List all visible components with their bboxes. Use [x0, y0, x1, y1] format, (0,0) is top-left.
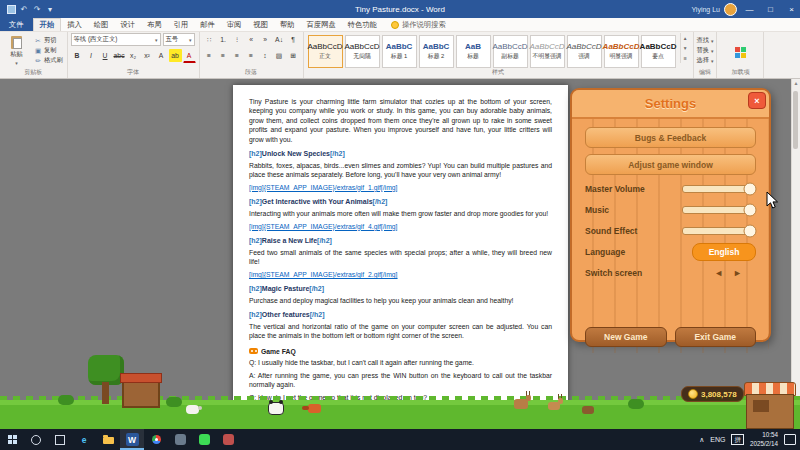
taskbar-search[interactable]: [24, 429, 48, 450]
copy-button[interactable]: ▣复制: [33, 46, 64, 55]
ribbon-tab-insert[interactable]: 插入: [61, 18, 88, 31]
font-size-select[interactable]: 五号 ▾: [163, 33, 195, 46]
deer[interactable]: [514, 399, 528, 409]
sheep[interactable]: [186, 405, 199, 414]
show-marks-button[interactable]: ¶: [287, 33, 300, 46]
italic-button[interactable]: I: [85, 49, 98, 62]
ribbon-tab-baidu-netdisk[interactable]: 百度网盘: [301, 18, 342, 31]
settings-close-button[interactable]: ×: [748, 92, 766, 109]
underline-button[interactable]: U: [99, 49, 112, 62]
hidden-icons-chevron[interactable]: ∧: [699, 436, 704, 444]
taskbar-file-explorer[interactable]: [96, 429, 120, 450]
format-painter-button[interactable]: ✏格式刷: [33, 56, 64, 65]
switch-screen-right-icon[interactable]: ►: [733, 268, 742, 278]
slider-knob[interactable]: [743, 203, 756, 216]
font-color-button[interactable]: A: [183, 49, 196, 63]
close-button[interactable]: ×: [783, 0, 800, 18]
superscript-button[interactable]: x²: [141, 49, 154, 62]
bold-button[interactable]: B: [71, 49, 84, 62]
decrease-indent-button[interactable]: «: [245, 33, 258, 46]
ribbon-tab-view[interactable]: 视图: [247, 18, 274, 31]
user-name[interactable]: Yiying Lu: [691, 6, 720, 13]
music-slider[interactable]: [682, 206, 756, 214]
ribbon-tab-review[interactable]: 审阅: [221, 18, 248, 31]
justify-button[interactable]: ≡: [245, 49, 258, 62]
exit-game-button[interactable]: Exit Game: [675, 327, 757, 347]
tell-me[interactable]: 操作说明搜索: [391, 18, 446, 31]
increase-indent-button[interactable]: »: [259, 33, 272, 46]
scroll-up-icon[interactable]: ▲: [792, 79, 800, 87]
taskbar-game-launcher[interactable]: [216, 429, 240, 450]
master-volume-slider[interactable]: [682, 185, 756, 193]
align-left-button[interactable]: ≡: [203, 49, 216, 62]
align-right-button[interactable]: ≡: [231, 49, 244, 62]
style-card-标题[interactable]: AaB标题: [456, 35, 491, 68]
capybara[interactable]: [582, 406, 594, 414]
redo-icon[interactable]: ↷: [32, 3, 42, 15]
scrollbar-thumb[interactable]: [793, 91, 798, 149]
style-card-强调[interactable]: AaBbCcD强调: [567, 35, 602, 68]
taskbar-edge[interactable]: e: [72, 429, 96, 450]
find-button[interactable]: 查找▾: [697, 36, 714, 45]
ribbon-tab-mailings[interactable]: 邮件: [194, 18, 221, 31]
sort-button[interactable]: A↓: [273, 33, 286, 46]
ribbon-tab-references[interactable]: 引用: [168, 18, 195, 31]
doc-hyperlink[interactable]: [img]{STEAM_APP_IMAGE}/extras/gif_2.gif[…: [249, 270, 552, 279]
style-card-副标题[interactable]: AaBbCcD副标题: [493, 35, 528, 68]
taskbar-wechat[interactable]: [192, 429, 216, 450]
style-card-明显强调[interactable]: AaBbCcD明显强调: [604, 35, 639, 68]
taskbar-steam[interactable]: [168, 429, 192, 450]
sound-effect-slider[interactable]: [682, 227, 756, 235]
taskbar-task-view[interactable]: [48, 429, 72, 450]
taskbar-chrome[interactable]: [144, 429, 168, 450]
ribbon-tab-help[interactable]: 帮助: [274, 18, 301, 31]
line-spacing-button[interactable]: ↕: [259, 49, 272, 62]
bugs-feedback-button[interactable]: Bugs & Feedback: [585, 127, 756, 148]
doc-hyperlink[interactable]: [img]{STEAM_APP_IMAGE}/extras/gif_4.gif[…: [249, 222, 552, 231]
ribbon-tab-design[interactable]: 设计: [114, 18, 141, 31]
taskbar-word[interactable]: W: [120, 429, 144, 450]
save-icon[interactable]: [6, 3, 16, 15]
borders-button[interactable]: ⊞: [287, 49, 300, 62]
numbering-button[interactable]: 1.: [217, 33, 230, 46]
ribbon-tab-layout[interactable]: 布局: [141, 18, 168, 31]
qat-dropdown-icon[interactable]: ▾: [45, 3, 55, 15]
ribbon-tab-draw[interactable]: 绘图: [88, 18, 115, 31]
font-name-select[interactable]: 等线 (西文正文) ▾: [71, 33, 161, 46]
red-panda[interactable]: [308, 404, 321, 413]
subscript-button[interactable]: x₂: [127, 49, 140, 62]
new-game-button[interactable]: New Game: [585, 327, 667, 347]
style-card-要点[interactable]: AaBbCcD要点: [641, 35, 676, 68]
slider-knob[interactable]: [743, 182, 756, 195]
bullets-button[interactable]: ∷: [203, 33, 216, 46]
style-card-标题 1[interactable]: AaBbC标题 1: [382, 35, 417, 68]
minimize-button[interactable]: —: [741, 0, 758, 18]
style-card-无间隔[interactable]: AaBbCcD无间隔: [345, 35, 380, 68]
style-gallery-down-icon[interactable]: ▾: [681, 43, 690, 53]
shading-button[interactable]: ▨: [273, 49, 286, 62]
align-center-button[interactable]: ≡: [217, 49, 230, 62]
replace-button[interactable]: 替换▾: [697, 46, 714, 55]
style-card-标题 2[interactable]: AaBbC标题 2: [419, 35, 454, 68]
avatar[interactable]: [724, 3, 737, 16]
language-english-button[interactable]: English: [692, 243, 756, 261]
style-gallery-up-icon[interactable]: ▴: [681, 33, 690, 43]
switch-screen-left-icon[interactable]: ◄: [714, 268, 723, 278]
style-gallery-more-icon[interactable]: ≡: [681, 53, 690, 63]
ribbon-tab-home[interactable]: 开始: [33, 18, 62, 31]
style-card-正文[interactable]: AaBbCcD正文: [308, 35, 343, 68]
action-center-icon[interactable]: [784, 434, 796, 445]
text-effects-button[interactable]: A: [155, 49, 168, 62]
taskbar-clock[interactable]: 10:54 2025/2/14: [750, 431, 778, 447]
adjust-game-window-button[interactable]: Adjust game window: [585, 154, 756, 175]
maximize-button[interactable]: □: [762, 0, 779, 18]
cut-button[interactable]: ✂剪切: [33, 36, 64, 45]
text-highlight-button[interactable]: ab: [169, 49, 182, 62]
taskbar-start[interactable]: [0, 429, 24, 450]
slider-knob[interactable]: [743, 224, 756, 237]
doc-hyperlink[interactable]: [img]{STEAM_APP_IMAGE}/extras/gif_1.gif[…: [249, 183, 552, 192]
shop-stall[interactable]: [744, 382, 796, 429]
undo-icon[interactable]: ↶: [19, 3, 29, 15]
strikethrough-button[interactable]: abc: [113, 49, 126, 62]
ribbon-tab-file[interactable]: 文件: [0, 18, 33, 31]
